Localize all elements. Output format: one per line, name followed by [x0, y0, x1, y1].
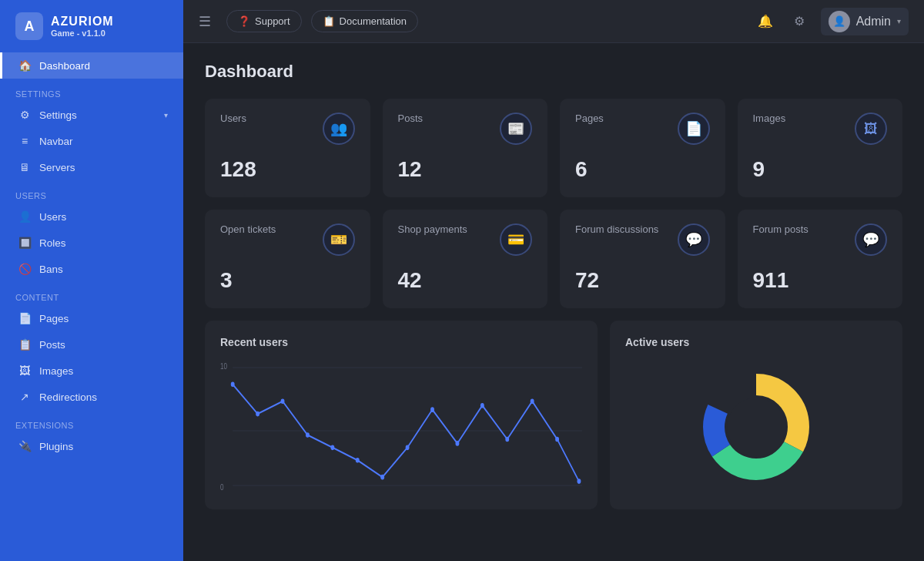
stat-card-pages: Pages 📄 6	[560, 99, 725, 197]
forum-disc-stat-icon: 💬	[678, 223, 710, 256]
users-stat-icon: 👥	[323, 113, 355, 145]
sidebar-item-label: Roles	[39, 237, 66, 249]
users-icon: 👤	[18, 210, 32, 223]
svg-point-8	[306, 432, 310, 438]
sidebar-item-navbar[interactable]: ≡ Navbar	[0, 128, 183, 154]
svg-point-14	[456, 441, 460, 446]
support-label: Support	[255, 15, 290, 27]
stat-card-posts: Posts 📰 12	[383, 99, 548, 197]
stat-value-images: 9	[753, 157, 888, 182]
brand-version: Game - v1.1.0	[51, 29, 114, 39]
sidebar-item-users[interactable]: 👤 Users	[0, 203, 183, 230]
sidebar-item-bans[interactable]: 🚫 Bans	[0, 256, 183, 282]
svg-text:10: 10	[220, 361, 227, 371]
stat-value-pages: 6	[575, 157, 710, 182]
sidebar-item-plugins[interactable]: 🔌 Plugins	[0, 433, 183, 459]
stat-label-forum-posts: Forum posts	[753, 223, 808, 235]
content-area: Dashboard Users 👥 128 Posts 📰 12 Pages	[183, 43, 924, 561]
roles-icon: 🔲	[18, 237, 32, 249]
recent-users-chart: Recent users 10 0	[205, 321, 598, 509]
stat-label-forum-disc: Forum discussions	[575, 223, 658, 235]
support-button[interactable]: ❓ Support	[226, 10, 302, 32]
sidebar-item-label: Posts	[39, 339, 65, 351]
sidebar-item-redirections[interactable]: ↗ Redirections	[0, 384, 183, 410]
donut-chart-svg	[695, 365, 818, 489]
header: ☰ ❓ Support 📋 Documentation 🔔 ⚙ 👤 Admin …	[183, 0, 924, 43]
posts-icon: 📋	[18, 338, 32, 351]
support-icon: ❓	[238, 15, 250, 27]
svg-point-12	[406, 445, 410, 451]
images-icon: 🖼	[18, 364, 32, 377]
stat-card-shop-payments: Shop payments 💳 42	[383, 210, 548, 308]
images-stat-icon: 🖼	[855, 113, 887, 145]
sidebar-item-label: Plugins	[39, 441, 73, 452]
sidebar-item-posts[interactable]: 📋 Posts	[0, 331, 183, 358]
stat-value-posts: 12	[398, 157, 533, 182]
svg-point-7	[281, 398, 285, 404]
svg-point-18	[555, 437, 559, 442]
sidebar-item-dashboard[interactable]: 🏠 Dashboard	[0, 52, 183, 79]
sidebar-item-label: Dashboard	[39, 60, 90, 72]
stat-label-posts: Posts	[398, 113, 424, 124]
admin-label: Admin	[856, 15, 891, 29]
stat-value-tickets: 3	[220, 268, 355, 293]
avatar-chevron-icon: ▾	[897, 17, 901, 25]
donut-container	[625, 359, 887, 494]
stat-card-forum-discussions: Forum discussions 💬 72	[560, 210, 725, 308]
sidebar-item-servers[interactable]: 🖥 Servers	[0, 154, 183, 180]
shop-stat-icon: 💳	[500, 223, 532, 256]
servers-icon: 🖥	[18, 161, 32, 173]
plugins-icon: 🔌	[18, 440, 32, 452]
chevron-icon: ▾	[164, 111, 168, 119]
stat-value-forum-disc: 72	[575, 268, 710, 293]
svg-text:0: 0	[220, 482, 224, 491]
sidebar-item-label: Navbar	[39, 136, 73, 147]
page-title: Dashboard	[205, 62, 902, 82]
avatar: 👤	[829, 11, 850, 32]
sidebar-item-label: Images	[39, 365, 73, 377]
brand-name: AZURIOM	[51, 14, 114, 29]
tickets-stat-icon: 🎫	[323, 223, 355, 256]
docs-icon: 📋	[323, 15, 335, 27]
navbar-icon: ≡	[18, 135, 32, 147]
stat-value-users: 128	[220, 157, 355, 182]
stat-card-users: Users 👥 128	[205, 99, 370, 197]
pages-stat-icon: 📄	[678, 113, 710, 145]
user-avatar-menu[interactable]: 👤 Admin ▾	[821, 8, 909, 35]
stat-label-images: Images	[753, 113, 786, 124]
stat-card-forum-posts: Forum posts 💬 911	[738, 210, 903, 308]
bans-icon: 🚫	[18, 263, 32, 275]
logo-text: AZURIOM Game - v1.1.0	[51, 14, 114, 39]
stats-grid-row1: Users 👥 128 Posts 📰 12 Pages 📄 6	[205, 99, 902, 197]
documentation-button[interactable]: 📋 Documentation	[311, 10, 418, 32]
sidebar-item-label: Redirections	[39, 391, 97, 403]
svg-point-16	[505, 437, 509, 442]
hamburger-icon[interactable]: ☰	[199, 13, 211, 30]
svg-point-17	[531, 398, 534, 404]
stat-label-shop: Shop payments	[398, 223, 467, 235]
logo-icon: A	[15, 12, 43, 40]
notifications-icon[interactable]: 🔔	[753, 9, 778, 34]
dashboard-icon: 🏠	[18, 59, 32, 72]
sidebar-item-pages[interactable]: 📄 Pages	[0, 305, 183, 331]
sidebar-item-settings[interactable]: ⚙ Settings ▾	[0, 102, 183, 128]
sidebar-item-roles[interactable]: 🔲 Roles	[0, 230, 183, 256]
active-users-chart: Active users	[610, 321, 902, 509]
sidebar-item-label: Servers	[39, 162, 75, 173]
sidebar-item-images[interactable]: 🖼 Images	[0, 358, 183, 384]
svg-point-13	[430, 407, 434, 412]
settings-gear-icon[interactable]: ⚙	[787, 9, 812, 34]
section-label-settings: Settings	[0, 79, 183, 102]
svg-point-23	[727, 398, 785, 456]
section-label-users: Users	[0, 180, 183, 203]
recent-users-title: Recent users	[220, 336, 582, 348]
sidebar-item-label: Pages	[39, 313, 69, 324]
stat-label-pages: Pages	[575, 113, 604, 124]
section-label-content: Content	[0, 282, 183, 305]
line-chart-area: 10 0	[220, 359, 582, 494]
posts-stat-icon: 📰	[500, 113, 532, 145]
svg-point-6	[256, 412, 259, 417]
svg-point-9	[330, 445, 334, 451]
sidebar-item-label: Users	[39, 211, 66, 223]
svg-point-15	[480, 403, 484, 408]
